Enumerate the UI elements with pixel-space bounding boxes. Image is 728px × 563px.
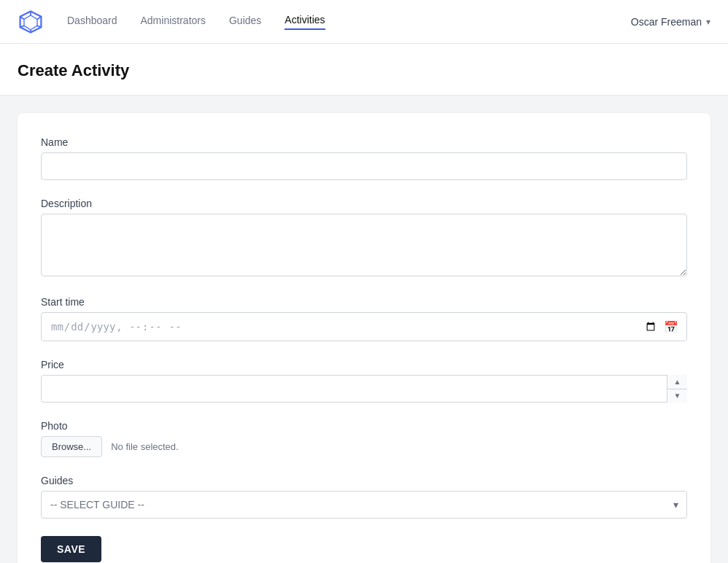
description-group: Description xyxy=(41,198,687,279)
price-input[interactable] xyxy=(41,375,687,403)
user-name: Oscar Freeman xyxy=(631,16,702,28)
form-card: Name Description Start time 📅 Price ▲ ▼ xyxy=(18,113,710,563)
start-time-input[interactable] xyxy=(41,312,687,341)
navbar: Dashboard Administrators Guides Activiti… xyxy=(0,0,728,44)
datetime-wrapper: 📅 xyxy=(41,312,687,341)
logo[interactable] xyxy=(18,9,44,35)
nav-link-activities[interactable]: Activities xyxy=(284,14,325,30)
price-label: Price xyxy=(41,359,687,370)
guides-select-wrapper: -- SELECT GUIDE -- ▾ xyxy=(41,491,687,519)
user-menu[interactable]: Oscar Freeman ▾ xyxy=(631,16,710,28)
browse-button[interactable]: Browse... xyxy=(41,436,102,457)
save-button[interactable]: SAVE xyxy=(41,536,101,562)
photo-row: Browse... No file selected. xyxy=(41,436,687,457)
no-file-text: No file selected. xyxy=(111,441,179,452)
page-title: Create Activity xyxy=(18,61,710,80)
name-input[interactable] xyxy=(41,152,687,180)
price-group: Price ▲ ▼ xyxy=(41,359,687,403)
guides-label: Guides xyxy=(41,475,687,486)
nav-link-administrators[interactable]: Administrators xyxy=(141,15,206,29)
nav-links: Dashboard Administrators Guides Activiti… xyxy=(67,14,631,30)
start-time-label: Start time xyxy=(41,296,687,308)
price-spinners: ▲ ▼ xyxy=(667,375,687,403)
name-group: Name xyxy=(41,136,687,180)
start-time-group: Start time 📅 xyxy=(41,296,687,341)
description-input[interactable] xyxy=(41,214,687,276)
guides-group: Guides -- SELECT GUIDE -- ▾ xyxy=(41,475,687,519)
page-header: Create Activity xyxy=(0,44,728,96)
photo-group: Photo Browse... No file selected. xyxy=(41,420,687,457)
nav-link-dashboard[interactable]: Dashboard xyxy=(67,15,117,29)
price-decrement-button[interactable]: ▼ xyxy=(667,389,687,403)
chevron-down-icon: ▾ xyxy=(706,17,710,27)
main-content: Name Description Start time 📅 Price ▲ ▼ xyxy=(0,96,728,563)
price-wrapper: ▲ ▼ xyxy=(41,375,687,403)
photo-label: Photo xyxy=(41,420,687,432)
description-label: Description xyxy=(41,198,687,209)
nav-link-guides[interactable]: Guides xyxy=(229,15,261,29)
guides-select[interactable]: -- SELECT GUIDE -- xyxy=(41,491,687,519)
svg-marker-1 xyxy=(24,15,37,30)
price-increment-button[interactable]: ▲ xyxy=(667,375,687,389)
name-label: Name xyxy=(41,136,687,148)
